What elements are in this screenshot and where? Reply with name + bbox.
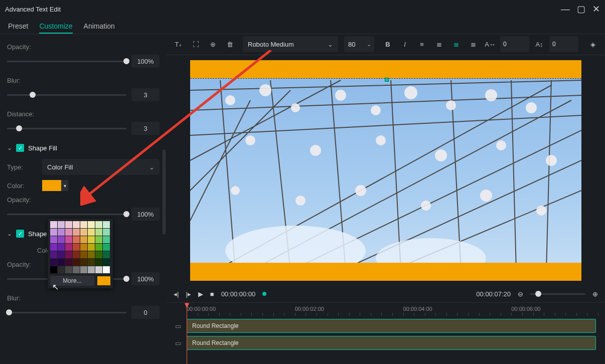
palette-color-cell[interactable] [58, 229, 65, 236]
shape-fill-checkbox[interactable]: ✓ [16, 144, 24, 152]
palette-color-cell[interactable] [58, 236, 65, 243]
palette-color-cell[interactable] [65, 236, 72, 243]
palette-color-cell[interactable] [80, 244, 87, 251]
palette-color-cell[interactable] [65, 259, 72, 266]
preset-add-icon[interactable]: ⊕ [206, 37, 220, 51]
palette-color-cell[interactable] [65, 229, 72, 236]
align-justify-icon[interactable]: ≣ [466, 37, 480, 51]
stop-icon[interactable]: ■ [210, 290, 214, 298]
palette-color-cell[interactable] [50, 259, 57, 266]
play-icon[interactable]: ▶ [198, 290, 203, 298]
palette-color-cell[interactable] [73, 236, 80, 243]
palette-color-cell[interactable] [58, 259, 65, 266]
palette-color-cell[interactable] [95, 236, 102, 243]
line-spacing-input[interactable]: 0 [549, 36, 578, 52]
palette-color-cell[interactable] [88, 236, 95, 243]
palette-color-cell[interactable] [103, 236, 110, 243]
palette-color-cell[interactable] [95, 244, 102, 251]
palette-color-cell[interactable] [88, 229, 95, 236]
palette-color-cell[interactable] [50, 266, 57, 273]
zoom-slider[interactable] [530, 293, 585, 295]
char-spacing-icon[interactable]: A↔ [483, 37, 497, 51]
palette-color-cell[interactable] [95, 266, 102, 273]
add-text-icon[interactable]: T₊ [172, 37, 186, 51]
palette-color-cell[interactable] [103, 266, 110, 273]
settings-icon[interactable]: ◈ [586, 37, 600, 51]
palette-color-cell[interactable] [88, 244, 95, 251]
palette-color-cell[interactable] [80, 259, 87, 266]
palette-color-cell[interactable] [95, 229, 102, 236]
palette-color-cell[interactable] [103, 251, 110, 258]
palette-color-cell[interactable] [95, 259, 102, 266]
palette-color-cell[interactable] [73, 229, 80, 236]
align-left-icon[interactable]: ≡ [415, 37, 429, 51]
char-spacing-input[interactable]: 0 [500, 36, 529, 52]
palette-color-cell[interactable] [88, 221, 95, 228]
palette-color-cell[interactable] [80, 266, 87, 273]
palette-color-cell[interactable] [50, 221, 57, 228]
playhead[interactable] [187, 303, 187, 364]
palette-more-button[interactable]: More... [50, 276, 94, 286]
palette-color-cell[interactable] [65, 251, 72, 258]
track-type-icon[interactable]: ▭ [173, 337, 184, 348]
palette-color-cell[interactable] [58, 221, 65, 228]
track-type-icon[interactable]: ▭ [173, 320, 184, 331]
minimize-icon[interactable]: — [561, 5, 570, 14]
font-size-select[interactable]: 80 ⌄ [344, 36, 374, 52]
close-icon[interactable]: ✕ [592, 5, 600, 14]
palette-color-cell[interactable] [103, 259, 110, 266]
timeline-clip[interactable]: Round Rectangle [187, 336, 596, 350]
fill-opacity-slider[interactable] [7, 214, 126, 215]
palette-color-cell[interactable] [73, 266, 80, 273]
palette-color-cell[interactable] [50, 229, 57, 236]
border-opacity-value[interactable]: 100% [131, 272, 160, 285]
tab-animation[interactable]: Animation [84, 18, 115, 34]
palette-color-cell[interactable] [88, 266, 95, 273]
palette-color-cell[interactable] [65, 221, 72, 228]
zoom-in-icon[interactable]: ⊕ [592, 290, 598, 298]
italic-icon[interactable]: I [398, 37, 412, 51]
step-back-icon[interactable]: ◂| [174, 290, 179, 298]
align-center-icon[interactable]: ≣ [432, 37, 446, 51]
step-forward-icon[interactable]: |▸ [186, 290, 191, 298]
shape-border-checkbox[interactable]: ✓ [16, 230, 24, 238]
fill-opacity-value[interactable]: 100% [131, 208, 160, 221]
palette-color-cell[interactable] [80, 251, 87, 258]
maximize-icon[interactable]: ▢ [577, 5, 585, 14]
timeline-ruler[interactable]: 00:00:00:0000:00:02:0000:00:04:0000:00:0… [187, 303, 605, 317]
palette-color-cell[interactable] [103, 244, 110, 251]
palette-color-cell[interactable] [58, 251, 65, 258]
text-box-bottom[interactable] [190, 263, 581, 281]
palette-color-cell[interactable] [58, 266, 65, 273]
palette-color-cell[interactable] [80, 221, 87, 228]
palette-color-cell[interactable] [73, 221, 80, 228]
palette-color-cell[interactable] [88, 259, 95, 266]
palette-color-cell[interactable] [58, 244, 65, 251]
palette-color-cell[interactable] [73, 244, 80, 251]
palette-color-cell[interactable] [95, 251, 102, 258]
palette-color-cell[interactable] [73, 259, 80, 266]
tab-customize[interactable]: Customize [39, 18, 72, 34]
palette-color-cell[interactable] [95, 221, 102, 228]
timeline-clip[interactable]: Round Rectangle [187, 319, 596, 333]
palette-color-cell[interactable] [65, 266, 72, 273]
palette-color-cell[interactable] [103, 229, 110, 236]
align-right-icon[interactable]: ≣ [449, 37, 463, 51]
zoom-out-icon[interactable]: ⊖ [518, 290, 523, 298]
bold-icon[interactable]: B [381, 37, 395, 51]
tab-preset[interactable]: Preset [8, 18, 28, 34]
palette-color-cell[interactable] [80, 229, 87, 236]
line-spacing-icon[interactable]: A↕ [532, 37, 546, 51]
palette-color-cell[interactable] [50, 251, 57, 258]
palette-color-cell[interactable] [73, 251, 80, 258]
border-blur-slider[interactable] [7, 312, 126, 313]
palette-color-cell[interactable] [88, 251, 95, 258]
palette-color-cell[interactable] [50, 236, 57, 243]
palette-color-cell[interactable] [65, 244, 72, 251]
palette-color-cell[interactable] [50, 244, 57, 251]
trash-icon[interactable]: 🗑 [223, 37, 237, 51]
palette-color-cell[interactable] [80, 236, 87, 243]
border-blur-value[interactable]: 0 [131, 306, 160, 319]
crop-icon[interactable]: ⛶ [189, 37, 203, 51]
palette-color-cell[interactable] [103, 221, 110, 228]
